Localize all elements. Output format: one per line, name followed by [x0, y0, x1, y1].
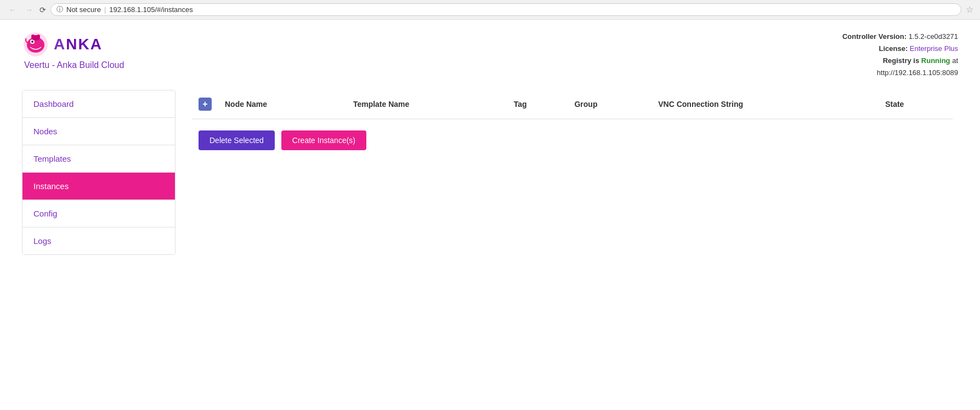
- license-label: License:: [879, 44, 908, 53]
- header-info: Controller Version: 1.5.2-ce0d3271 Licen…: [842, 31, 958, 79]
- content-area: + Node Name Template Name Tag Group VNC …: [186, 90, 958, 255]
- brand-name: ANKA: [54, 36, 103, 53]
- not-secure-label: Not secure: [66, 5, 101, 14]
- sidebar: Dashboard Nodes Templates Instances Conf…: [22, 90, 175, 255]
- table-header-state: State: [879, 90, 953, 119]
- back-button[interactable]: ←: [7, 4, 19, 15]
- address-bar[interactable]: ⓘ Not secure | 192.168.1.105/#/instances: [50, 3, 961, 16]
- table-header-row: + Node Name Template Name Tag Group VNC …: [192, 90, 953, 119]
- registry-line: Registry is Running at: [842, 55, 958, 67]
- controller-version-line: Controller Version: 1.5.2-ce0d3271: [842, 31, 958, 43]
- registry-label: Registry is: [883, 56, 919, 65]
- controller-version-value: 1.5.2-ce0d3271: [909, 32, 958, 41]
- sidebar-item-logs[interactable]: Logs: [22, 227, 175, 254]
- sidebar-item-config[interactable]: Config: [22, 200, 175, 227]
- table-header-vnc: VNC Connection String: [652, 90, 879, 119]
- forward-button[interactable]: →: [23, 4, 35, 15]
- bookmark-icon[interactable]: ☆: [966, 4, 973, 15]
- table-header-node-name: Node Name: [218, 90, 347, 119]
- sidebar-item-templates[interactable]: Templates: [22, 145, 175, 173]
- controller-version-label: Controller Version:: [842, 32, 907, 41]
- license-value: Enterprise Plus: [910, 44, 958, 53]
- table-header-group: Group: [568, 90, 652, 119]
- sidebar-item-dashboard[interactable]: Dashboard: [22, 90, 175, 118]
- sidebar-item-nodes[interactable]: Nodes: [22, 118, 175, 145]
- registry-url: http://192.168.1.105:8089: [877, 69, 958, 77]
- registry-url-line: http://192.168.1.105:8089: [842, 67, 958, 79]
- sidebar-item-instances[interactable]: Instances: [22, 173, 175, 200]
- action-buttons: Delete Selected Create Instance(s): [192, 119, 953, 161]
- security-icon: ⓘ: [56, 5, 63, 14]
- instances-table: + Node Name Template Name Tag Group VNC …: [192, 90, 953, 119]
- svg-point-4: [31, 40, 32, 41]
- brand-subtitle: Veertu - Anka Build Cloud: [24, 60, 124, 70]
- create-instances-button[interactable]: Create Instance(s): [281, 130, 366, 150]
- table-header-add: +: [192, 90, 218, 119]
- svg-point-7: [37, 35, 40, 38]
- add-instance-button[interactable]: +: [199, 98, 212, 111]
- table-header-template-name: Template Name: [347, 90, 507, 119]
- browser-chrome: ← → ⟳ ⓘ Not secure | 192.168.1.105/#/ins…: [0, 0, 980, 20]
- license-line: License: Enterprise Plus: [842, 43, 958, 55]
- anka-logo: [22, 31, 49, 58]
- delete-selected-button[interactable]: Delete Selected: [199, 130, 275, 150]
- svg-point-6: [31, 35, 35, 38]
- app-container: ANKA Veertu - Anka Build Cloud Controlle…: [0, 20, 980, 410]
- registry-status: Running: [921, 56, 950, 65]
- registry-at: at: [952, 56, 958, 65]
- url-text: 192.168.1.105/#/instances: [109, 5, 193, 14]
- header: ANKA Veertu - Anka Build Cloud Controlle…: [0, 20, 980, 84]
- reload-button[interactable]: ⟳: [39, 5, 46, 14]
- table-header-tag: Tag: [507, 90, 568, 119]
- logo-row: ANKA: [22, 31, 103, 58]
- logo-area: ANKA Veertu - Anka Build Cloud: [22, 31, 124, 70]
- main-content: Dashboard Nodes Templates Instances Conf…: [0, 84, 980, 266]
